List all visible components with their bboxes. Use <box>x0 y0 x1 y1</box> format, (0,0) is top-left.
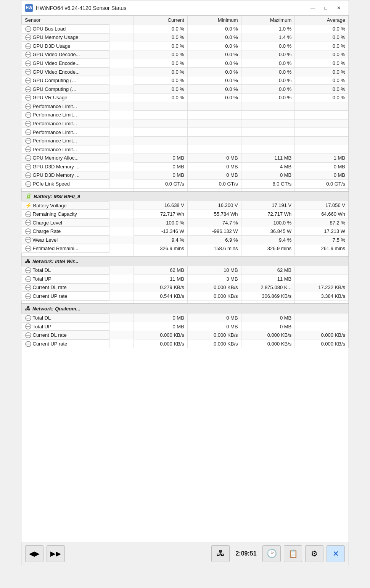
current-cell: 0.0 % <box>134 24 188 33</box>
max-cell: 0 MB <box>241 313 295 322</box>
max-cell <box>241 119 295 128</box>
max-cell: 111 MB <box>241 153 295 162</box>
header-maximum: Maximum <box>241 16 295 24</box>
window-title: HWiNFO64 v6.24-4120 Sensor Status <box>36 5 126 11</box>
current-cell <box>134 102 188 111</box>
current-cell: 0.000 KB/s <box>134 331 188 339</box>
max-cell: 0.0 % <box>241 68 295 76</box>
max-cell: 100.0 % <box>241 218 295 227</box>
current-cell: 0 MB <box>134 153 188 162</box>
avg-cell: 1 MB <box>295 153 349 162</box>
sensor-name-cell: GPU Bus Load <box>22 24 109 33</box>
table-row: Performance Limit... <box>22 136 349 145</box>
sensor-name-cell: Charge Level <box>22 218 109 227</box>
sensor-name-cell: Current UP rate <box>22 292 109 300</box>
section-label: 🔋Battery: MSI BIF0_9 <box>22 191 349 201</box>
minimize-button[interactable]: — <box>307 3 319 13</box>
sensor-icon <box>25 69 33 75</box>
section-header-row: 🖧Network: Intel Wir... <box>22 256 349 266</box>
sensor-icon <box>25 120 33 127</box>
sensor-icon <box>25 129 33 136</box>
log-button[interactable]: 📋 <box>284 545 302 562</box>
min-cell: 0.0 % <box>187 33 241 42</box>
avg-cell <box>295 136 349 145</box>
current-cell: 62 MB <box>134 266 188 275</box>
network-icon-button[interactable]: 🖧 <box>211 545 230 562</box>
min-cell <box>187 111 241 120</box>
avg-cell: 0.0 % <box>295 85 349 94</box>
min-cell: 0.0 % <box>187 68 241 76</box>
min-cell: 0.0 % <box>187 59 241 68</box>
table-row: GPU Memory Alloc...0 MB0 MB111 MB1 MB <box>22 153 349 162</box>
min-cell: 16.200 V <box>187 201 241 210</box>
clock-button[interactable]: 🕑 <box>262 545 281 562</box>
current-cell: 16.638 V <box>134 201 188 210</box>
sensor-icon <box>25 220 33 226</box>
current-cell: 0.0 % <box>134 50 188 59</box>
sensor-icon <box>25 34 33 41</box>
sensor-name-cell: PCIe Link Speed <box>22 179 109 188</box>
avg-cell: 0.0 GT/s <box>295 179 349 188</box>
table-row: GPU Computing (…0.0 %0.0 %0.0 %0.0 % <box>22 85 349 94</box>
max-cell: 8.0 GT/s <box>241 179 295 188</box>
close-button[interactable]: ✕ <box>333 3 345 13</box>
sensor-icon <box>25 237 33 243</box>
titlebar-left: HW HWiNFO64 v6.24-4120 Sensor Status <box>25 4 126 12</box>
avg-cell: 0 MB <box>295 162 349 171</box>
min-cell <box>187 145 241 154</box>
spacer-row <box>22 188 349 191</box>
current-cell: 0.544 KB/s <box>134 292 188 300</box>
table-row: Total UP11 MB3 MB11 MB <box>22 275 349 283</box>
current-cell: 11 MB <box>134 275 188 283</box>
nav-back-button[interactable]: ◀▶ <box>25 545 43 562</box>
table-row: GPU Bus Load0.0 %0.0 %1.0 %0.0 % <box>22 24 349 33</box>
app-icon-text: HW <box>26 6 32 10</box>
sensor-icon <box>25 172 33 179</box>
sensor-name-cell: Performance Limit... <box>22 119 109 128</box>
sensor-name-cell: Remaining Capacity <box>22 210 109 218</box>
sensor-icon <box>25 95 33 101</box>
log-icon: 📋 <box>288 549 298 558</box>
network-icon: 🖧 <box>216 549 225 559</box>
table-row: GPU Memory Usage0.0 %0.0 %1.4 %0.0 % <box>22 33 349 42</box>
sensor-icon <box>25 155 33 161</box>
max-cell <box>241 111 295 120</box>
settings-button[interactable]: ⚙ <box>305 545 323 562</box>
min-cell: 0.000 KB/s <box>187 292 241 300</box>
min-cell: 55.784 Wh <box>187 210 241 218</box>
min-cell: 0.0 % <box>187 85 241 94</box>
min-cell: 0.0 % <box>187 94 241 102</box>
sensor-icon <box>25 332 33 338</box>
sensor-name-cell: Performance Limit... <box>22 145 109 154</box>
avg-cell: 3.384 KB/s <box>295 292 349 300</box>
current-cell <box>134 111 188 120</box>
min-cell: 74.7 % <box>187 218 241 227</box>
sensor-icon <box>25 315 33 321</box>
sensor-name-cell: GPU D3D Usage <box>22 42 109 50</box>
sensor-icon <box>25 323 33 330</box>
avg-cell: 17.232 KB/s <box>295 283 349 292</box>
exit-button[interactable]: ✕ <box>327 545 345 562</box>
avg-cell: 0.0 % <box>295 33 349 42</box>
table-row: Current UP rate0.000 KB/s0.000 KB/s0.000… <box>22 339 349 348</box>
table-row: Current DL rate0.000 KB/s0.000 KB/s0.000… <box>22 331 349 339</box>
clock-icon: 🕑 <box>267 549 277 559</box>
avg-cell: 0.000 KB/s <box>295 339 349 348</box>
current-cell: 72.717 Wh <box>134 210 188 218</box>
table-row: Current UP rate0.544 KB/s0.000 KB/s306.8… <box>22 292 349 300</box>
sensor-name-cell: Charge Rate <box>22 227 109 236</box>
max-cell: 306.869 KB/s <box>241 292 295 300</box>
sensor-name-cell: GPU Computing (… <box>22 76 109 85</box>
maximize-button[interactable]: □ <box>320 3 332 13</box>
sensor-table: Sensor Current Minimum Maximum Average G… <box>21 16 349 348</box>
sensor-name-cell: Performance Limit... <box>22 111 109 120</box>
section-label: 🖧Network: Qualcom... <box>22 304 349 313</box>
current-cell: 0 MB <box>134 162 188 171</box>
nav-forward-button[interactable]: ▶▶ <box>47 545 65 562</box>
avg-cell: 0.0 % <box>295 68 349 76</box>
table-row: GPU VR Usage0.0 %0.0 %0.0 %0.0 % <box>22 94 349 102</box>
sensor-name-cell: Estimated Remaini... <box>22 244 109 253</box>
current-cell: 9.4 % <box>134 236 188 244</box>
sensor-icon <box>25 103 33 110</box>
min-cell: 0.0 % <box>187 76 241 85</box>
